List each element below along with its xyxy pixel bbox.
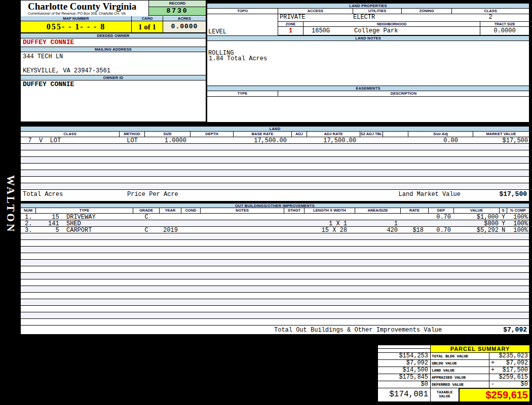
owner-panel: Charlotte County Virginia Commissioner o…	[20, 0, 206, 122]
col-adj: ADJ	[292, 132, 307, 137]
easements-band: EASEMENTS	[207, 86, 529, 91]
ob-pct: 100%	[507, 214, 529, 220]
col-blank	[383, 132, 408, 137]
col-sz-adj-tbl: SZ ADJ TBL	[360, 132, 383, 137]
zoning-value	[402, 14, 452, 21]
land-blank	[383, 137, 408, 143]
sidebar-watermark: WALTON	[4, 175, 17, 233]
card-label: CARD	[132, 16, 163, 21]
record-label: RECORD	[149, 1, 206, 7]
out-building-row: 1. 15 DRIVEWAY C 0.70 $1,000 Y 100%	[21, 214, 529, 220]
taxable-value-label: TAXABLE VALUE	[431, 388, 459, 401]
col-year: YEAR	[160, 208, 181, 213]
map-card-acres-values: 055- - 1- - - 8 1 of 1 0.0000	[21, 21, 206, 33]
empty-row	[21, 157, 529, 164]
col-class: CLASS	[21, 132, 120, 137]
land-row: 7 V LOT LOT 1.0000 17,500.00 17,500.00 0…	[21, 137, 529, 144]
easements-columns: TYPE DESCRIPTION	[207, 91, 529, 97]
ps-sign: -	[491, 381, 495, 388]
empty-row	[21, 260, 529, 266]
ob-lw: 15 X 28	[305, 227, 355, 233]
ps-value: $0	[521, 381, 528, 388]
ps-value: $17,500	[503, 367, 528, 374]
ps-prior-value: $174,081	[378, 388, 431, 401]
card-value: 1 of 1	[132, 21, 163, 32]
address-line1: 344 TECH LN	[23, 53, 206, 60]
ps-value: $259,615	[499, 374, 528, 381]
ob-area: 1	[355, 220, 401, 226]
ps-prior-value: $14,500	[378, 367, 431, 374]
ob-sthgt	[284, 220, 305, 226]
out-building-row: 3. 5 CARPORT C 2019 15 X 28 420 $18 0.70…	[21, 227, 529, 233]
deeded-owner-value: DUFFEY CONNIE	[21, 38, 206, 47]
empty-row	[21, 144, 529, 150]
record-box: RECORD 8730	[148, 1, 206, 16]
topo-values: LEVEL ROLLING	[207, 14, 278, 35]
land-class: 7 V LOT	[21, 137, 120, 143]
commissioner-line: Commissioner of the Revenue, PO Box 308,…	[28, 12, 148, 16]
ob-grade: C	[133, 214, 160, 220]
empty-row	[21, 233, 529, 240]
class-column-label: CLASS	[452, 9, 529, 14]
ob-type: 141 SHED	[36, 220, 133, 226]
land-market-value-label: Land Market Value	[399, 191, 461, 198]
ob-year	[160, 220, 181, 226]
ps-value: $235,023	[499, 353, 528, 359]
ob-dep: 0.70	[429, 214, 454, 220]
col-base-rate: BASE RATE	[234, 132, 292, 137]
col-value: VALUE	[454, 208, 500, 213]
deeded-owner-band: DEEDED OWNER	[21, 33, 206, 38]
county-header: Charlotte County Virginia Commissioner o…	[21, 1, 148, 16]
summary-row-total-bldg: $154,253 TOTAL BLDG VALUE $235,023	[378, 353, 529, 360]
land-sz-adj-tbl	[360, 137, 383, 143]
land-band: LAND	[21, 126, 529, 132]
ob-area: 420	[355, 227, 401, 233]
summary-row-taxable: $174,081 TAXABLE VALUE $259,615	[378, 388, 529, 401]
land-properties-right: PRIVATE ELECTR 2 ZONE 1 NEIGHBORHOOD 165…	[278, 14, 529, 35]
map-number-value: 055- - 1- - - 8	[21, 21, 132, 32]
map-number-label: MAP NUMBER	[21, 16, 132, 21]
ob-year: 2019	[160, 227, 181, 233]
ob-year	[160, 214, 181, 220]
empty-row	[21, 279, 529, 286]
ps-sign: +	[491, 367, 495, 374]
ob-value: $1,000	[454, 214, 500, 220]
summary-row-obldg: $7,092 OBLDG VALUE +$7,092	[378, 360, 529, 367]
ob-num: 2.	[21, 220, 36, 226]
empty-row	[21, 306, 529, 312]
empty-row	[21, 150, 529, 157]
empty-row	[21, 273, 529, 279]
land-adj-rate: 17,500.00	[307, 137, 360, 143]
neighborhood-box: NEIGHBORHOOD 1650G College Park	[303, 21, 480, 35]
col-area-size: AREA/SIZE	[355, 208, 401, 213]
ob-cond	[181, 220, 201, 226]
access-utilities-values: PRIVATE ELECTR 2	[278, 14, 529, 21]
ob-lw	[305, 214, 355, 220]
empty-row	[21, 177, 529, 183]
ps-header-blank-top	[378, 345, 430, 349]
ob-num: 1.	[21, 214, 36, 220]
owner-id-band: OWNER ID	[21, 75, 206, 80]
zone-table: ZONE 1 NEIGHBORHOOD 1650G College Park T…	[278, 21, 529, 35]
utilities-column-label: UTILITIES	[353, 9, 402, 14]
out-buildings-panel: OUT BUILDINGS/OTHER IMPROVEMENTS NUM TYP…	[20, 202, 529, 334]
land-depth	[191, 137, 234, 143]
land-base-rate: 17,500.00	[234, 137, 292, 143]
zone-value: 1	[278, 27, 303, 35]
col-grade: GRADE	[133, 208, 160, 213]
summary-row-appraised: $175,845 APPRAISED VALUE $259,615	[378, 374, 529, 381]
tract-size-label: TRACT SIZE	[480, 22, 529, 27]
mailing-address-band: MAILING ADDRESS	[21, 47, 206, 52]
out-buildings-band: OUT BUILDINGS/OTHER IMPROVEMENTS	[21, 203, 529, 208]
record-value: 8730	[149, 7, 206, 16]
land-table-footer: Total Acres Price Per Acre Land Market V…	[21, 190, 529, 198]
out-buildings-total-value: $7,092	[442, 326, 529, 334]
acres-value: 0.0000	[163, 21, 206, 32]
ob-cond	[181, 227, 201, 233]
title-bar: Charlotte County Virginia Commissioner o…	[21, 1, 206, 16]
col-rate: RATE	[401, 208, 429, 213]
ps-label: APPRAISED VALUE	[431, 374, 489, 381]
owner-id-value: DUFFEY CONNIE	[21, 80, 206, 89]
access-value: PRIVATE	[278, 14, 353, 21]
empty-row	[21, 319, 529, 326]
